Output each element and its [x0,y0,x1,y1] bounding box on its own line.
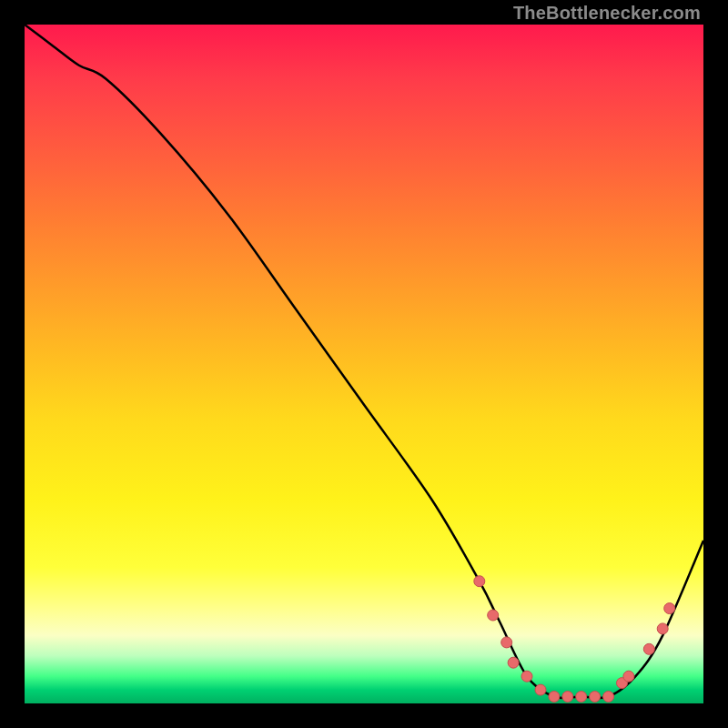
attribution-text: TheBottlenecker.com [513,3,701,24]
data-marker [576,692,587,703]
data-marker [549,692,560,703]
data-marker [623,671,634,682]
data-marker [474,576,485,587]
data-marker [508,657,519,668]
data-marker [501,637,512,648]
chart-frame: TheBottlenecker.com [0,0,728,728]
data-marker [590,692,601,703]
plot-area [25,25,703,703]
data-marker [603,692,614,703]
data-marker [488,610,499,621]
data-marker [535,684,546,695]
data-marker [657,623,668,634]
curve-group [25,25,703,703]
chart-svg [25,25,703,703]
bottleneck-curve [25,25,703,698]
data-marker [664,603,675,614]
data-marker [521,671,532,682]
data-marker [562,692,573,703]
marker-group [474,576,675,703]
data-marker [643,643,654,654]
